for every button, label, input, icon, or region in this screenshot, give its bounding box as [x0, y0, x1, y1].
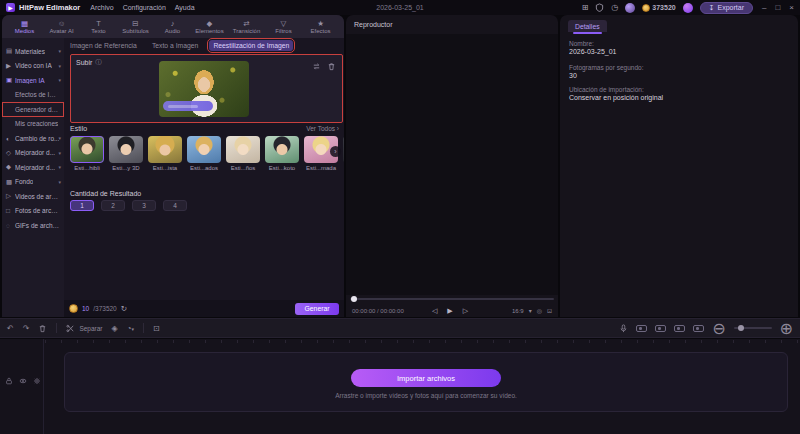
- track-tool-icon[interactable]: [636, 325, 647, 332]
- stock-gif-icon: ◌: [6, 222, 15, 229]
- undo-icon[interactable]: ↶: [7, 324, 14, 333]
- tab-efectos[interactable]: ★Efectos: [302, 15, 339, 38]
- sidebar-item-cambio-rostro[interactable]: ◐Cambio de ro...▾: [2, 131, 64, 146]
- zoom-in-icon[interactable]: ⊕: [780, 319, 793, 338]
- chevron-down-icon: ▾: [58, 63, 61, 69]
- sidebar-item-imagen-ia[interactable]: ▣Imagen IA▾: [2, 73, 64, 88]
- tab-texto-imagen[interactable]: Texto a Imagen: [148, 40, 202, 51]
- sidebar-item-video-ia[interactable]: ▶Video con IA▾: [2, 59, 64, 74]
- sidebar-item-mis-creaciones[interactable]: Mis creaciones: [2, 117, 64, 132]
- menu-archivo[interactable]: Archivo: [90, 4, 113, 11]
- sidebar-item-gifs-archivo[interactable]: ◌GIFs de archivo: [2, 218, 64, 233]
- uploaded-image[interactable]: [159, 61, 249, 117]
- shield-icon[interactable]: [595, 3, 604, 12]
- style-thumb[interactable]: Esti...mada: [304, 136, 338, 182]
- avatar[interactable]: [625, 3, 635, 13]
- zoom-handle[interactable]: [738, 325, 744, 331]
- quantity-1-button[interactable]: 1: [70, 200, 94, 211]
- sidebar-item-materiales[interactable]: ▤Materiales▾: [2, 44, 64, 59]
- split-icon[interactable]: [66, 324, 75, 333]
- style-thumb[interactable]: Esti...y 3D: [109, 136, 143, 182]
- zoom-out-icon[interactable]: ⊖: [712, 319, 725, 338]
- style-thumb[interactable]: Esti...ños: [226, 136, 260, 182]
- face-swap-icon: ◐: [6, 135, 15, 142]
- vip-icon[interactable]: [683, 3, 693, 13]
- style-thumb[interactable]: Esti...ista: [148, 136, 182, 182]
- tab-avatar-ai[interactable]: ☺Avatar AI: [43, 15, 80, 38]
- sidebar-item-videos-archivo[interactable]: ▷Videos de archivo: [2, 189, 64, 204]
- timeline-zoom-slider[interactable]: [734, 327, 772, 329]
- upload-dropzone[interactable]: Subir ⓘ: [70, 54, 343, 123]
- menu-ayuda[interactable]: Ayuda: [175, 4, 195, 11]
- style-thumb[interactable]: Esti...hibli: [70, 136, 104, 182]
- upload-label: Subir ⓘ: [76, 58, 102, 67]
- menu-configuracion[interactable]: Configuración: [123, 4, 166, 11]
- quantity-3-button[interactable]: 3: [132, 200, 156, 211]
- voiceover-icon[interactable]: [619, 324, 628, 333]
- replace-icon[interactable]: [312, 62, 321, 71]
- credits-chip[interactable]: 373520: [642, 4, 675, 12]
- marker-icon[interactable]: ◈: [112, 324, 118, 333]
- import-dropzone[interactable]: Importar archivos Arrastre o importe víd…: [64, 352, 788, 412]
- view-all-link[interactable]: Ver Todos ›: [306, 125, 339, 132]
- quantity-4-button[interactable]: 4: [163, 200, 187, 211]
- sidebar-item-mejorador-1[interactable]: ◇Mejorador d...▾: [2, 146, 64, 161]
- trash-icon[interactable]: [38, 324, 47, 333]
- export-label: Exportar: [718, 4, 744, 11]
- fullscreen-icon[interactable]: ⊡: [547, 307, 552, 314]
- timeline-ruler: [45, 340, 800, 343]
- generator-content: Imagen de Referencia Texto a Imagen Rees…: [64, 38, 344, 317]
- layout-icon[interactable]: ⊞: [582, 4, 589, 12]
- seek-handle[interactable]: [351, 296, 357, 302]
- tab-filtros[interactable]: ▽Filtros: [265, 15, 302, 38]
- gear-icon[interactable]: [33, 377, 41, 385]
- sidebar-item-fondo[interactable]: ▩Fondo▾: [2, 175, 64, 190]
- export-button[interactable]: ↧ Exportar: [700, 2, 753, 14]
- tab-imagen-referencia[interactable]: Imagen de Referencia: [66, 40, 141, 51]
- style-thumb[interactable]: Esti...koto: [265, 136, 299, 182]
- style-thumb-image: [148, 136, 182, 163]
- sidebar-item-generador[interactable]: Generador de...: [2, 102, 64, 117]
- link-icon[interactable]: [693, 325, 704, 332]
- sidebar-item-fotos-archivo[interactable]: □Fotos de archivo: [2, 204, 64, 219]
- player-seekbar[interactable]: [350, 298, 554, 300]
- eye-icon[interactable]: [19, 377, 27, 385]
- credits-total: /373520: [93, 305, 117, 312]
- tab-audio[interactable]: ♪Audio: [154, 15, 191, 38]
- snapshot-icon[interactable]: ◎: [537, 307, 542, 314]
- style-thumb[interactable]: Esti...ados: [187, 136, 221, 182]
- tab-texto[interactable]: TTexto: [80, 15, 117, 38]
- image-ai-icon: ▣: [6, 76, 15, 84]
- quantity-2-button[interactable]: 2: [101, 200, 125, 211]
- generate-button[interactable]: Generar: [295, 303, 339, 315]
- enhancer-icon: ◆: [6, 163, 15, 171]
- speed-icon[interactable]: ◔▾: [127, 324, 134, 333]
- minimize-button[interactable]: –: [762, 3, 766, 12]
- chevron-down-icon: ▾: [58, 48, 61, 54]
- tab-medios[interactable]: ▦Medios: [6, 15, 43, 38]
- aspect-ratio-select[interactable]: 16:9: [512, 308, 524, 314]
- refresh-icon[interactable]: ↻: [121, 304, 127, 313]
- tab-detalles[interactable]: Detalles: [568, 20, 607, 32]
- close-button[interactable]: ×: [789, 3, 794, 12]
- chevron-down-icon: ▾: [529, 307, 532, 314]
- tab-subtitulos[interactable]: ⊟Subtítulos: [117, 15, 154, 38]
- trash-icon[interactable]: [327, 62, 336, 71]
- tab-elementos[interactable]: ◆Elementos: [191, 15, 228, 38]
- tab-reestilizacion[interactable]: Reestilización de Imagen: [209, 40, 293, 51]
- sidebar-item-mejorador-2[interactable]: ◆Mejorador d...▾: [2, 160, 64, 175]
- keyframe-icon[interactable]: [655, 325, 666, 332]
- tab-transicion[interactable]: ⇄Transición: [228, 15, 265, 38]
- import-files-button[interactable]: Importar archivos: [351, 369, 501, 387]
- history-icon[interactable]: ◷: [611, 4, 618, 12]
- magnet-icon[interactable]: [674, 325, 685, 332]
- style-thumb[interactable]: Esti...: [343, 136, 344, 182]
- sidebar-item-efectos-imagen[interactable]: Efectos de Im...: [2, 88, 64, 103]
- split-label[interactable]: Separar: [79, 325, 102, 332]
- scroll-right-icon[interactable]: ›: [330, 146, 341, 157]
- lock-icon[interactable]: [5, 377, 13, 385]
- titlebar: ▶ HitPaw Edimakor Archivo Configuración …: [0, 0, 800, 15]
- redo-icon[interactable]: ↷: [23, 324, 30, 333]
- crop-icon[interactable]: ⊡: [153, 324, 160, 333]
- restore-button[interactable]: □: [775, 3, 780, 12]
